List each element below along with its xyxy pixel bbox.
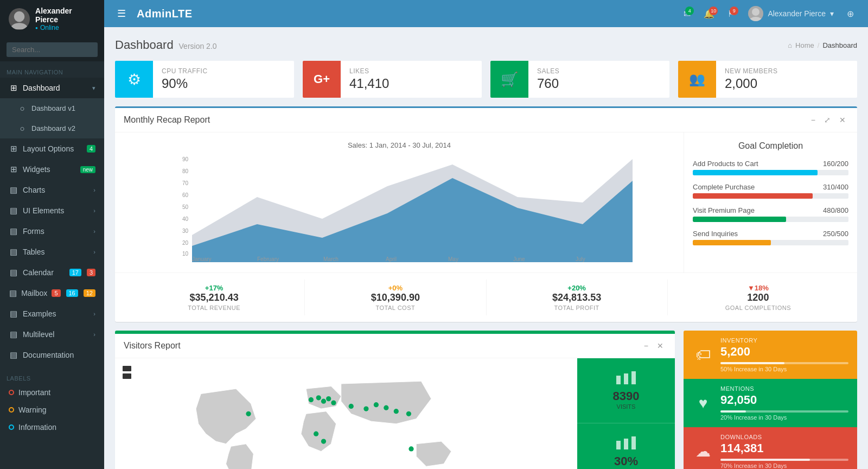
sidebar-item-dashboard-v1[interactable]: ○ Dashboard v1 bbox=[0, 98, 104, 118]
downloads-content: DOWNLOADS 114,381 70% Increase in 30 Day… bbox=[720, 434, 848, 469]
progress-bar bbox=[693, 170, 848, 175]
sidebar-item-documentation[interactable]: ▤ Documentation bbox=[0, 345, 104, 365]
chevron-right-icon: › bbox=[93, 331, 95, 338]
multilevel-icon: ▤ bbox=[9, 329, 18, 339]
summary-row: +17% $35,210.43 TOTAL REVENUE +0% $10,39… bbox=[115, 272, 857, 322]
svg-text:January: January bbox=[192, 256, 212, 262]
label-item-warning[interactable]: Warning bbox=[0, 401, 104, 419]
sales-label: SALES bbox=[537, 67, 661, 75]
task-icon-button[interactable]: ⚑ 9 bbox=[722, 4, 741, 23]
sidebar-item-layout-options[interactable]: ⊞ Layout Options 4 bbox=[0, 138, 104, 159]
close-button[interactable]: ✕ bbox=[654, 340, 666, 351]
sidebar-item-label: Tables bbox=[23, 248, 89, 256]
svg-text:March: March bbox=[323, 256, 339, 262]
dashboard-icon: ⊞ bbox=[9, 83, 18, 93]
goal-item-inquiries: Send Inquiries 250/500 bbox=[693, 230, 848, 245]
calendar-badge-1: 17 bbox=[69, 269, 81, 276]
avatar bbox=[9, 8, 30, 30]
svg-text:20: 20 bbox=[182, 240, 189, 246]
svg-point-2 bbox=[752, 8, 760, 16]
sales-icon: 🛒 bbox=[490, 61, 528, 98]
inventory-icon: 🏷 bbox=[692, 346, 714, 364]
user-status: Online bbox=[35, 24, 95, 31]
minimize-button[interactable]: − bbox=[808, 115, 818, 125]
label-item-important[interactable]: Important bbox=[0, 384, 104, 401]
members-label: NEW MEMBERS bbox=[725, 67, 848, 75]
sidebar-toggle-button[interactable]: ☰ bbox=[113, 5, 130, 22]
expand-button[interactable]: ⤢ bbox=[821, 115, 833, 125]
sidebar-item-dashboard-v2[interactable]: ○ Dashboard v2 bbox=[0, 118, 104, 138]
map-legend bbox=[123, 366, 131, 379]
sidebar-item-ui-elements[interactable]: ▤ UI Elements › bbox=[0, 200, 104, 221]
visits-stat: 8390 VISITS bbox=[577, 358, 675, 423]
cpu-icon: ⚙ bbox=[115, 61, 153, 98]
sidebar-item-mailbox[interactable]: ▤ Mailbox 5 16 12 bbox=[0, 283, 104, 303]
close-button[interactable]: ✕ bbox=[837, 115, 848, 125]
breadcrumb-separator: / bbox=[818, 41, 820, 49]
sidebar-item-label: Charts bbox=[23, 186, 89, 194]
sidebar-item-calendar[interactable]: ▤ Calendar 17 3 bbox=[0, 262, 104, 283]
sidebar-item-examples[interactable]: ▤ Examples › bbox=[0, 303, 104, 324]
cost-change: +0% bbox=[309, 284, 481, 292]
svg-point-27 bbox=[349, 404, 354, 409]
sidebar-item-label: UI Elements bbox=[23, 206, 89, 215]
svg-point-23 bbox=[316, 395, 321, 400]
circle-icon: ○ bbox=[17, 104, 27, 113]
share-icon-button[interactable]: ⊕ bbox=[841, 4, 859, 23]
topbar-username: Alexander Pierce bbox=[768, 9, 826, 18]
mentions-content: MENTIONS 92,050 20% Increase in 30 Days bbox=[720, 385, 848, 421]
label-text: Information bbox=[18, 423, 56, 432]
summary-revenue: +17% $35,210.43 TOTAL REVENUE bbox=[124, 280, 305, 315]
svg-text:40: 40 bbox=[182, 216, 189, 222]
sidebar-item-label: Layout Options bbox=[23, 144, 82, 153]
information-dot bbox=[9, 424, 14, 430]
ui-icon: ▤ bbox=[9, 206, 18, 216]
progress-fill bbox=[693, 193, 813, 199]
chevron-down-icon: ▾ bbox=[92, 85, 95, 92]
sidebar-search-container bbox=[0, 38, 104, 61]
sidebar-item-dashboard[interactable]: ⊞ Dashboard ▾ bbox=[0, 78, 104, 98]
layout-badge: 4 bbox=[87, 145, 95, 153]
svg-point-36 bbox=[409, 446, 413, 451]
visitors-body: 8390 VISITS 30% REFERRALS bbox=[115, 358, 675, 469]
downloads-icon: ☁ bbox=[692, 442, 714, 460]
summary-profit: +20% $24,813.53 TOTAL PROFIT bbox=[487, 280, 668, 315]
search-input[interactable] bbox=[7, 42, 98, 57]
goal-item-cart: Add Products to Cart 160/200 bbox=[693, 160, 848, 175]
sidebar-item-charts[interactable]: ▤ Charts › bbox=[0, 180, 104, 200]
svg-point-35 bbox=[321, 439, 326, 443]
forms-icon: ▤ bbox=[9, 226, 18, 236]
chevron-right-icon: › bbox=[93, 207, 95, 214]
breadcrumb-home[interactable]: Home bbox=[795, 41, 814, 49]
label-item-information[interactable]: Information bbox=[0, 419, 104, 436]
minimize-button[interactable]: − bbox=[641, 340, 651, 351]
mail-icon-button[interactable]: ✉ 4 bbox=[678, 4, 696, 23]
sidebar-item-multilevel[interactable]: ▤ Multilevel › bbox=[0, 324, 104, 345]
svg-text:70: 70 bbox=[182, 180, 189, 186]
mentions-sub: 20% Increase in 30 Days bbox=[720, 414, 848, 421]
revenue-label: TOTAL REVENUE bbox=[128, 305, 300, 311]
user-menu-button[interactable]: Alexander Pierce ▾ bbox=[743, 6, 839, 21]
svg-text:30: 30 bbox=[182, 228, 189, 234]
page-header: Dashboard Version 2.0 ⌂ Home / Dashboard bbox=[115, 38, 857, 52]
chevron-right-icon: › bbox=[93, 187, 95, 193]
task-badge: 9 bbox=[730, 7, 738, 15]
profit-change: +20% bbox=[491, 284, 663, 292]
svg-point-1 bbox=[11, 23, 28, 29]
svg-text:90: 90 bbox=[182, 156, 189, 162]
sidebar-item-tables[interactable]: ▤ Tables › bbox=[0, 242, 104, 262]
svg-text:February: February bbox=[257, 256, 279, 262]
sidebar: Alexander Pierce Online MAIN NAVIGATION … bbox=[0, 0, 104, 469]
notification-icon-button[interactable]: 🔔 10 bbox=[698, 4, 720, 23]
examples-icon: ▤ bbox=[9, 309, 18, 319]
monthly-chart-area: Sales: 1 Jan, 2014 - 30 Jul, 2014 90 80 … bbox=[115, 132, 684, 272]
sidebar-item-forms[interactable]: ▤ Forms › bbox=[0, 221, 104, 242]
downloads-value: 114,381 bbox=[720, 441, 848, 455]
sidebar-item-label: Widgets bbox=[23, 165, 76, 174]
content-area: Dashboard Version 2.0 ⌂ Home / Dashboard… bbox=[104, 27, 868, 469]
important-dot bbox=[9, 390, 14, 395]
stat-box-cpu: ⚙ CPU TRAFFIC 90% bbox=[115, 61, 294, 98]
visitors-card: Visitors Report − ✕ bbox=[115, 331, 675, 469]
svg-rect-37 bbox=[616, 376, 621, 384]
sidebar-item-widgets[interactable]: ⊞ Widgets new bbox=[0, 159, 104, 180]
